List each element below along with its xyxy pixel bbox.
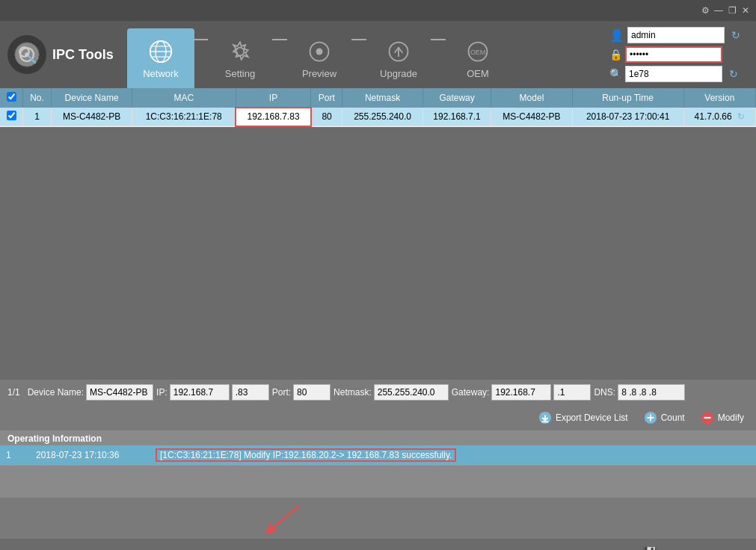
- bottom-bar: 💾 Save ✕ Clear: [0, 539, 756, 550]
- arrow-svg: [254, 499, 314, 537]
- row-checkbox[interactable]: [7, 111, 16, 120]
- admin-input[interactable]: [627, 27, 725, 43]
- upgrade-icon: [385, 38, 412, 65]
- port-input[interactable]: [293, 384, 331, 401]
- nav-sep-3: [351, 39, 366, 40]
- tab-oem-label: OEM: [467, 68, 489, 79]
- save-button[interactable]: 💾 Save: [636, 543, 690, 550]
- ip-input-last[interactable]: [232, 384, 269, 401]
- col-ip: IP: [236, 88, 311, 108]
- lock-icon: 🔒: [609, 49, 622, 61]
- pagination: 1/1: [7, 387, 20, 398]
- admin-row: 👤 ↻: [609, 27, 744, 43]
- row-gateway: 192.168.7.1: [422, 108, 491, 126]
- gateway-label: Gateway:: [452, 387, 490, 398]
- row-checkbox-cell[interactable]: [0, 108, 23, 126]
- tab-setting[interactable]: Setting: [206, 28, 274, 88]
- setting-icon: [227, 38, 253, 65]
- op-section-header: Operating Information: [0, 430, 756, 445]
- tab-setting-label: Setting: [225, 68, 255, 79]
- form-device-name: Device Name:: [28, 384, 153, 401]
- row-no: 1: [23, 108, 52, 126]
- nav-sep-2: [272, 39, 287, 40]
- tab-upgrade[interactable]: Upgrade: [365, 28, 432, 88]
- col-runtime: Run-up Time: [572, 88, 683, 108]
- tab-network-label: Network: [143, 68, 179, 79]
- netmask-input[interactable]: [374, 384, 449, 401]
- col-version: Version: [683, 88, 755, 108]
- device-name-input[interactable]: [86, 384, 153, 401]
- restore-button[interactable]: ❐: [726, 4, 738, 16]
- op-row: 1 2018-07-23 17:10:36 [1C:C3:16:21:1E:78…: [0, 445, 756, 466]
- row-ip: 192.168.7.83: [236, 108, 311, 126]
- tab-preview[interactable]: Preview: [286, 28, 353, 88]
- ip-label: IP:: [156, 387, 168, 398]
- table-row[interactable]: 1 MS-C4482-PB 1C:C3:16:21:1E:78 192.168.…: [0, 108, 756, 126]
- row-netmask: 255.255.240.0: [342, 108, 423, 126]
- count-icon: [643, 410, 658, 425]
- svg-point-4: [25, 52, 28, 56]
- nav-sep-4: [431, 39, 446, 40]
- oem-icon: OEM: [464, 38, 491, 65]
- select-all-checkbox[interactable]: [7, 92, 16, 102]
- col-netmask: Netmask: [342, 88, 423, 108]
- nav-tabs: Network Setting Preview: [127, 21, 609, 88]
- form-ip: IP:: [156, 384, 269, 401]
- clear-icon: ✕: [704, 546, 715, 550]
- device-name-label: Device Name:: [28, 387, 84, 398]
- gateway-input-main[interactable]: [491, 384, 551, 401]
- dns-input[interactable]: [618, 384, 685, 401]
- netmask-label: Netmask:: [334, 387, 372, 398]
- op-time: 2018-07-23 17:10:36: [30, 445, 150, 466]
- password-input[interactable]: [625, 46, 722, 63]
- clear-button[interactable]: ✕ Clear: [698, 543, 747, 550]
- settings-icon[interactable]: ⚙: [699, 4, 711, 16]
- arrow-area: [0, 498, 756, 539]
- count-button[interactable]: Count: [639, 408, 689, 427]
- device-table: No. Device Name MAC IP Port Netmask Gate…: [0, 88, 756, 127]
- form-gateway: Gateway:: [452, 384, 591, 401]
- tab-network[interactable]: Network: [127, 28, 194, 88]
- op-section-label: Operating Information: [7, 433, 102, 444]
- modify-icon: [700, 410, 715, 425]
- op-message: [1C:C3:16:21:1E:78] Modify IP:192.168.20…: [156, 448, 456, 462]
- ip-input-main[interactable]: [170, 384, 230, 401]
- row-mac: 1C:C3:16:21:1E:78: [132, 108, 236, 126]
- col-gateway: Gateway: [422, 88, 491, 108]
- tab-preview-label: Preview: [302, 68, 336, 79]
- tab-upgrade-label: Upgrade: [380, 68, 417, 79]
- export-button[interactable]: Export Device List: [533, 408, 633, 427]
- modify-button[interactable]: Modify: [695, 408, 749, 427]
- svg-line-26: [269, 505, 299, 531]
- search-icon: 🔍: [609, 68, 622, 80]
- password-row: 🔒: [609, 46, 744, 63]
- close-button[interactable]: ✕: [740, 4, 752, 16]
- form-dns: DNS:: [594, 384, 685, 401]
- nav-sep-1: [193, 39, 208, 40]
- refresh-row-icon[interactable]: ↻: [737, 111, 745, 122]
- preview-icon: [306, 38, 333, 65]
- device-table-container: No. Device Name MAC IP Port Netmask Gate…: [0, 88, 756, 380]
- tab-oem[interactable]: OEM OEM: [444, 28, 511, 88]
- port-label: Port:: [272, 387, 291, 398]
- row-runtime: 2018-07-23 17:00:41: [572, 108, 683, 126]
- action-row: Export Device List Count Modify: [0, 405, 756, 430]
- svg-text:OEM: OEM: [470, 49, 485, 56]
- filter-refresh-icon[interactable]: ↻: [725, 66, 742, 82]
- network-icon: [147, 38, 174, 65]
- col-mac: MAC: [132, 88, 236, 108]
- form-netmask: Netmask:: [334, 384, 449, 401]
- row-port: 80: [311, 108, 342, 126]
- op-no: 1: [0, 445, 30, 466]
- refresh-icon[interactable]: ↻: [728, 27, 744, 43]
- filter-row: 🔍 ↻: [609, 66, 744, 82]
- bottom-form: 1/1 Device Name: IP: Port: Netmask: Gate…: [0, 380, 756, 405]
- form-port: Port:: [272, 384, 331, 401]
- export-icon: [538, 410, 553, 425]
- gateway-input-last[interactable]: [553, 384, 591, 401]
- minimize-button[interactable]: —: [713, 4, 725, 16]
- col-port: Port: [311, 88, 342, 108]
- filter-input[interactable]: [625, 66, 722, 82]
- col-no: No.: [23, 88, 52, 108]
- export-label: Export Device List: [556, 412, 628, 423]
